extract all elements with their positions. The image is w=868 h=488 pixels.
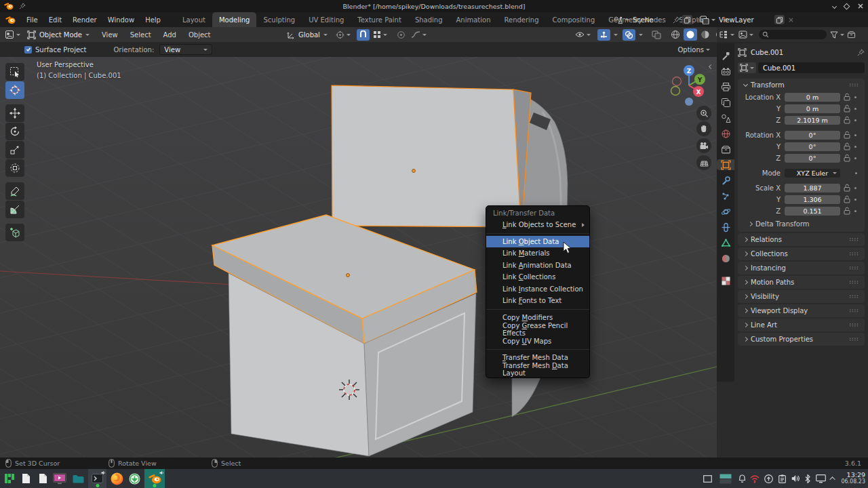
lock-icon[interactable] — [844, 195, 850, 203]
tool-add-cube[interactable] — [5, 224, 24, 241]
editor-type-button[interactable] — [3, 28, 22, 41]
gizmo-minus-z[interactable] — [685, 98, 693, 106]
remove-viewlayer-icon[interactable] — [788, 17, 794, 23]
visibility-dropdown[interactable] — [573, 30, 593, 39]
scale-z-input[interactable]: 0.151 — [785, 207, 840, 216]
outliner-display-mode-button[interactable] — [738, 30, 753, 39]
app-menu-button[interactable] — [3, 469, 16, 488]
panel-custom-properties[interactable]: Custom Properties — [738, 333, 865, 346]
tool-select-box[interactable] — [5, 63, 24, 81]
tab-material[interactable] — [717, 253, 734, 264]
animate-dot[interactable] — [854, 210, 856, 212]
tab-modeling[interactable]: Modeling — [212, 12, 257, 27]
tab-constraints[interactable] — [717, 222, 734, 232]
lock-icon[interactable] — [844, 104, 850, 113]
tab-output[interactable] — [717, 81, 734, 92]
taskbar-blender-active[interactable] — [144, 469, 165, 488]
panel-grip-icon[interactable] — [849, 237, 860, 242]
tool-scale[interactable] — [5, 141, 24, 159]
rotation-mode-select[interactable]: XYZ Euler — [785, 169, 840, 178]
viewlayer-dropdown-caret[interactable] — [711, 19, 715, 21]
lock-icon[interactable] — [844, 116, 850, 124]
taskbar-firefox[interactable] — [108, 469, 125, 488]
tool-rotate[interactable] — [5, 123, 24, 140]
perspective-toggle-button[interactable] — [696, 155, 711, 170]
tab-view-layer[interactable] — [717, 97, 734, 108]
tool-transform[interactable] — [5, 159, 24, 177]
tab-collection[interactable] — [717, 144, 734, 155]
panel-grip-icon[interactable] — [849, 280, 860, 285]
tray-display[interactable] — [813, 469, 828, 488]
menu-window[interactable]: Window — [102, 12, 140, 27]
tab-layout[interactable]: Layout — [176, 12, 212, 27]
navigation-gizmo[interactable]: Z Y X — [670, 62, 708, 106]
tray-bluetooth[interactable] — [802, 469, 813, 488]
menu-item-link-objects-to-scene[interactable]: Link Objects to Scene — [486, 219, 589, 231]
overlays-toggle[interactable] — [623, 29, 635, 41]
xray-toggle[interactable] — [650, 29, 663, 41]
tab-sculpting[interactable]: Sculpting — [256, 12, 302, 27]
falloff-dropdown[interactable] — [409, 29, 429, 40]
rotation-x-input[interactable]: 0° — [785, 131, 840, 140]
lock-icon[interactable] — [844, 184, 850, 192]
tray-notifications[interactable] — [736, 469, 748, 488]
tray-workspace-pager[interactable] — [717, 469, 734, 488]
outliner-search-input[interactable] — [759, 30, 827, 39]
taskbar-file-2[interactable] — [36, 469, 50, 488]
scale-y-input[interactable]: 1.306 — [785, 195, 840, 204]
menu-item-link-materials[interactable]: Link Materials — [486, 247, 589, 260]
menu-edit[interactable]: Edit — [43, 12, 67, 27]
panel-grip-icon[interactable] — [849, 294, 860, 299]
location-y-input[interactable]: 0 m — [785, 104, 840, 113]
location-x-input[interactable]: 0 m — [785, 93, 840, 102]
taskbar-terminal[interactable] — [88, 469, 106, 488]
window-close-icon[interactable] — [857, 3, 864, 9]
gizmo-minus-x[interactable] — [673, 77, 682, 86]
breadcrumb-object-name[interactable]: Cube.001 — [751, 49, 783, 56]
lock-icon[interactable] — [844, 207, 850, 215]
menu-render[interactable]: Render — [67, 12, 102, 27]
snap-target-dropdown[interactable] — [334, 29, 353, 41]
panel-relations[interactable]: Relations — [738, 233, 865, 246]
orientation-select[interactable]: View — [159, 44, 212, 55]
gizmos-dropdown-caret[interactable] — [614, 34, 618, 36]
panel-grip-icon[interactable] — [849, 266, 860, 270]
id-type-button[interactable] — [738, 62, 756, 73]
scale-x-input[interactable]: 1.887 — [785, 184, 840, 192]
object-name-input[interactable]: Cube.001 — [758, 62, 865, 73]
snap-toggle[interactable] — [357, 29, 370, 41]
tray-clipboard[interactable] — [775, 469, 789, 488]
animate-dot[interactable] — [854, 108, 856, 110]
rotation-y-input[interactable]: 0° — [785, 142, 840, 151]
tab-object-data[interactable] — [717, 237, 734, 248]
new-scene-button[interactable] — [682, 15, 692, 24]
tab-compositing[interactable]: Compositing — [546, 12, 602, 27]
animate-dot[interactable] — [854, 187, 856, 189]
window-maximize-icon[interactable] — [844, 3, 850, 9]
tab-shading[interactable]: Shading — [408, 12, 450, 27]
scene-name[interactable]: Scene — [633, 16, 654, 24]
tray-updates[interactable] — [762, 469, 775, 488]
viewport-canvas[interactable]: User Perspective (1) Collection | Cube.0… — [0, 57, 717, 458]
tab-scene[interactable] — [717, 113, 734, 123]
3d-scene[interactable] — [0, 57, 717, 458]
panel-instancing[interactable]: Instancing — [738, 262, 865, 274]
panel-grip-icon[interactable] — [849, 251, 860, 256]
menu-item-copy-uv-maps[interactable]: Copy UV Maps — [486, 336, 589, 348]
menu-select[interactable]: Select — [124, 31, 157, 39]
menu-item-link-instance-collection[interactable]: Link Instance Collection — [486, 283, 589, 296]
tab-rendering[interactable]: Rendering — [497, 12, 545, 27]
gizmo-minus-y[interactable] — [671, 87, 680, 96]
tray-network-warning[interactable] — [748, 469, 762, 488]
menu-item-link-collections[interactable]: Link Collections — [486, 271, 589, 283]
scene-dropdown-caret[interactable] — [625, 19, 629, 21]
camera-view-button[interactable] — [696, 138, 711, 153]
rotation-z-input[interactable]: 0° — [785, 154, 840, 163]
shading-solid[interactable] — [684, 28, 697, 41]
panel-line-art[interactable]: Line Art — [738, 319, 865, 331]
orientation-dropdown[interactable]: Global — [285, 29, 330, 41]
tab-animation[interactable]: Animation — [450, 12, 498, 27]
animate-dot[interactable] — [854, 119, 856, 121]
tab-modifiers[interactable] — [717, 175, 734, 186]
panel-visibility[interactable]: Visibility — [738, 290, 865, 303]
